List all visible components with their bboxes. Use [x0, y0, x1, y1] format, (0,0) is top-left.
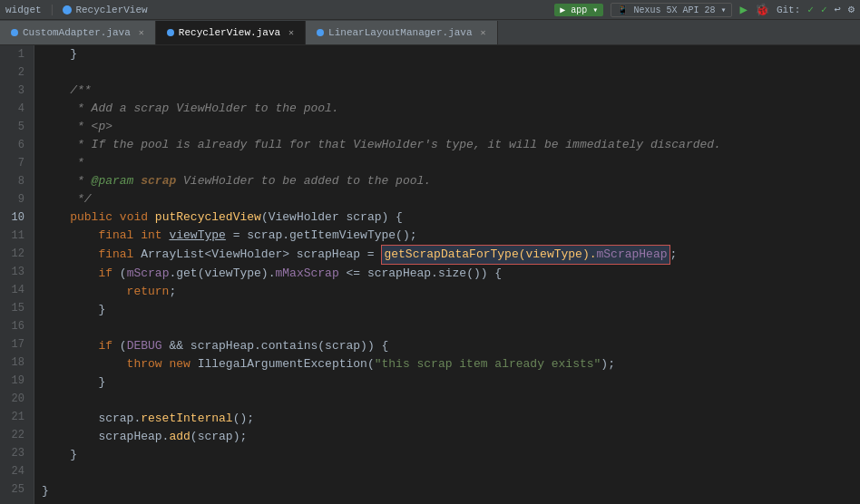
code-line-11: final int viewType = scrap.getItemViewTy… [42, 227, 853, 245]
ln-6: 6 [5, 136, 28, 154]
device-selector[interactable]: 📱 Nexus 5X API 28 ▾ [611, 3, 732, 17]
code-line-8: * @param scrap ViewHolder to be added to… [42, 172, 853, 190]
tab-icon-CustomAdapter [11, 29, 18, 36]
code-area: 1 2 3 4 5 6 7 8 9 10 11 12 13 14 15 16 1… [0, 45, 860, 504]
code-line-12: final ArrayList<ViewHolder> scrapHeap = … [42, 245, 853, 265]
ln-4: 4 [5, 100, 28, 118]
ln-25: 25 [5, 480, 28, 499]
tab-icon-LinearLayoutManager [317, 29, 324, 36]
ln-23: 23 [5, 444, 28, 462]
ln-5: 5 [5, 118, 28, 136]
tab-RecyclerView[interactable]: RecyclerView.java ✕ [156, 21, 306, 44]
code-line-5: * <p> [42, 118, 853, 136]
code-line-9: */ [42, 190, 853, 208]
code-line-18: throw new IllegalArgumentException("this… [42, 355, 853, 373]
run-button[interactable]: ▶ [739, 2, 747, 17]
code-line-1: } [42, 45, 853, 63]
code-line-23: } [42, 446, 853, 464]
ln-12: 12 [5, 245, 28, 263]
ln-3: 3 [5, 82, 28, 100]
ln-10: 10 [5, 208, 28, 227]
code-line-2 [42, 63, 853, 82]
code-line-17: if (DEBUG && scrapHeap.contains(scrap)) … [42, 337, 853, 355]
undo-button[interactable]: ↩ [835, 3, 841, 16]
ln-24: 24 [5, 462, 28, 480]
ln-13: 13 [5, 263, 28, 281]
code-line-25: } [42, 482, 853, 500]
ln-1: 1 [5, 45, 28, 63]
ln-7: 7 [5, 154, 28, 172]
code-line-21: scrap.resetInternal(); [42, 410, 853, 428]
tab-close-CustomAdapter[interactable]: ✕ [139, 27, 144, 38]
toolbar-right: ▶ app ▾ 📱 Nexus 5X API 28 ▾ ▶ 🐞 Git: ✓ ✓… [554, 2, 855, 17]
code-line-4: * Add a scrap ViewHolder to the pool. [42, 100, 853, 118]
ln-14: 14 [5, 281, 28, 299]
ln-15: 15 [5, 299, 28, 317]
tab-close-RecyclerView[interactable]: ✕ [288, 27, 294, 38]
ln-16: 16 [5, 317, 28, 335]
code-content[interactable]: } /** * Add a scrap ViewHolder to the po… [34, 45, 860, 504]
widget-label: widget [5, 5, 42, 15]
run-app-dropdown[interactable]: ▶ app ▾ [554, 4, 603, 16]
ln-20: 20 [5, 390, 28, 408]
code-line-16 [42, 319, 853, 337]
ln-9: 9 [5, 190, 28, 208]
ln-17: 17 [5, 335, 28, 354]
code-line-22: scrapHeap.add(scrap); [42, 428, 853, 446]
ln-18: 18 [5, 354, 28, 372]
tab-CustomAdapter[interactable]: CustomAdapter.java ✕ [0, 21, 156, 44]
code-line-20 [42, 392, 853, 410]
code-line-15: } [42, 301, 853, 319]
code-line-6: * If the pool is already full for that V… [42, 136, 853, 154]
debug-button[interactable]: 🐞 [755, 3, 769, 17]
tab-LinearLayoutManager[interactable]: LinearLayoutManager.java ✕ [306, 21, 497, 44]
window-title: RecyclerView [63, 5, 147, 15]
ln-8: 8 [5, 172, 28, 190]
git-check[interactable]: ✓ [807, 4, 814, 15]
tab-bar: CustomAdapter.java ✕ RecyclerView.java ✕… [0, 20, 860, 45]
tab-close-LinearLayoutManager[interactable]: ✕ [481, 27, 486, 38]
tab-label-LinearLayoutManager: LinearLayoutManager.java [328, 27, 472, 38]
line-numbers: 1 2 3 4 5 6 7 8 9 10 11 12 13 14 15 16 1… [0, 45, 34, 504]
code-line-3: /** [42, 82, 853, 100]
ln-11: 11 [5, 227, 28, 245]
code-line-13: if (mScrap.get(viewType).mMaxScrap <= sc… [42, 265, 853, 283]
git-label: Git: [777, 5, 800, 15]
ln-2: 2 [5, 63, 28, 82]
code-line-14: return; [42, 283, 853, 301]
ln-22: 22 [5, 426, 28, 444]
code-line-24 [42, 464, 853, 482]
settings-button[interactable]: ⚙ [848, 3, 855, 16]
tab-icon-RecyclerView [167, 29, 174, 36]
git-check2[interactable]: ✓ [821, 4, 827, 15]
title-icon [63, 5, 72, 15]
code-line-7: * [42, 154, 853, 172]
code-line-10: public void putRecycledView(ViewHolder s… [42, 208, 853, 227]
code-line-19: } [42, 373, 853, 392]
tab-label-RecyclerView: RecyclerView.java [179, 27, 280, 38]
tab-label-CustomAdapter: CustomAdapter.java [23, 27, 131, 38]
ln-19: 19 [5, 372, 28, 390]
top-bar: widget | RecyclerView ▶ app ▾ 📱 Nexus 5X… [0, 0, 860, 20]
ln-21: 21 [5, 408, 28, 426]
